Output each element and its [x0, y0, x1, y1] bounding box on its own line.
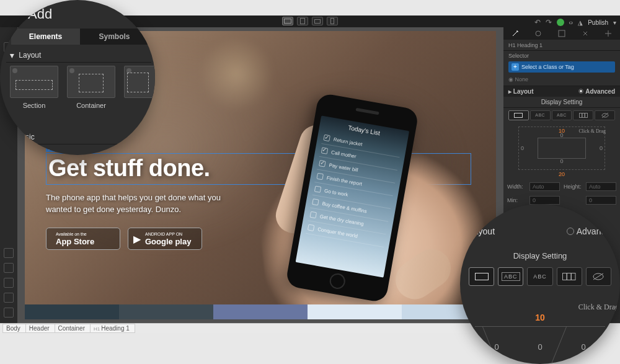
interactions-tab-icon[interactable] — [580, 29, 591, 38]
add-panel-title: Add — [28, 6, 52, 22]
undo-icon[interactable]: ↶ — [534, 18, 541, 27]
svg-rect-13 — [563, 273, 567, 280]
svg-point-4 — [536, 31, 541, 36]
googleplay-button[interactable]: ▶ ANDROID APP ON Google play — [128, 228, 202, 250]
googleplay-icon: ▶ — [133, 233, 141, 245]
svg-rect-6 — [515, 113, 523, 117]
device-desktop[interactable] — [282, 17, 293, 25]
svg-rect-9 — [585, 113, 587, 117]
status-saved-icon — [557, 19, 564, 26]
device-tablet-landscape[interactable] — [312, 17, 323, 25]
settings-tab-icon[interactable] — [533, 29, 544, 38]
display-inline-block[interactable]: ABC — [530, 110, 551, 120]
box-model[interactable]: 10 0 0 0 0 Click & Drag 20 — [503, 123, 620, 180]
min-row: Min: 0 0 — [503, 193, 620, 207]
plus-icon: + — [512, 63, 519, 71]
svg-rect-14 — [567, 273, 572, 280]
caret-icon: ▶ — [9, 54, 16, 58]
tab-symbols[interactable]: Symbols — [80, 29, 149, 45]
add-panel-tabs: Elements Symbols — [11, 29, 149, 45]
hero-subhead[interactable]: The phone app that helps you get done wh… — [46, 192, 232, 216]
breadcrumb-item[interactable]: Container — [55, 324, 91, 333]
z2-display-inline[interactable]: ABC — [527, 267, 552, 286]
svg-rect-3 — [331, 19, 334, 24]
svg-rect-12 — [475, 273, 488, 280]
z2-box-model[interactable]: 10 △ 0 0 0 — [475, 313, 605, 364]
height-input[interactable]: Auto — [586, 182, 616, 191]
tab-elements[interactable]: Elements — [11, 29, 80, 45]
display-block[interactable] — [508, 110, 529, 120]
z2-display-flex[interactable] — [557, 267, 582, 286]
svg-rect-2 — [315, 19, 321, 23]
preview-icon[interactable]: ◮ — [578, 19, 583, 26]
add-section-layout[interactable]: ▶ Layout — [6, 48, 151, 63]
min-width-input[interactable]: 0 — [529, 196, 560, 205]
code-icon[interactable]: ‹› — [569, 19, 574, 26]
redo-icon[interactable]: ↷ — [546, 18, 552, 27]
rail-tool-b-icon[interactable] — [4, 263, 14, 273]
selector-row: Selector + Select a Class or Tag ◉ None — [503, 51, 620, 86]
hero-hand-phone: Today's List Return jacketCall motherPay… — [211, 60, 484, 319]
topbar-actions: ↶ ↷ ‹› ◮ Publish ▾ — [534, 16, 616, 29]
svg-rect-8 — [582, 113, 585, 117]
zoom-add-panel: Add Elements Symbols ▶ Layout Section Co… — [0, 0, 155, 155]
display-none[interactable] — [595, 110, 615, 120]
z2-drag-hint: Click & Drag — [578, 303, 619, 311]
element-crumb: H1 Heading 1 — [503, 40, 620, 51]
breadcrumb-item[interactable]: Header — [25, 324, 55, 333]
phone-todo-list: Return jacketCall motherPay water billFi… — [306, 131, 402, 247]
zoom-layout-panel: Layout Advanced Display Setting ABC ABC … — [460, 204, 620, 364]
rail-tool-c-icon[interactable] — [4, 278, 14, 288]
z2-display-none[interactable] — [586, 267, 611, 286]
breadcrumb-item[interactable]: H1Heading 1 — [90, 324, 135, 333]
z2-display-label: Display Setting — [460, 251, 620, 260]
breadcrumb-item[interactable]: Body — [2, 324, 26, 333]
z2-margin-top[interactable]: 10 — [475, 313, 605, 322]
device-tablet[interactable] — [297, 17, 308, 25]
svg-rect-15 — [572, 273, 576, 280]
add-class-input[interactable]: + Select a Class or Tag — [508, 61, 615, 73]
radio-icon — [567, 228, 574, 235]
width-input[interactable]: Auto — [529, 182, 560, 191]
styles-tab-icon[interactable] — [510, 29, 521, 38]
display-setting-label: Display Setting — [503, 97, 620, 108]
left-rail-bottom — [0, 248, 17, 321]
add-layout-items: Section Container — [10, 66, 154, 109]
svg-rect-7 — [579, 113, 582, 117]
z2-section-header: Layout Advanced — [469, 224, 615, 239]
publish-button[interactable]: Publish — [588, 19, 608, 26]
size-row: Width: Auto Height: Auto — [503, 180, 620, 193]
rail-tool-d-icon[interactable] — [4, 293, 14, 303]
element-container[interactable]: Container — [67, 66, 115, 109]
z2-display-row: ABC ABC — [469, 267, 611, 286]
z2-pad-left[interactable]: 0 — [494, 342, 498, 352]
z2-pad-right[interactable]: 0 — [581, 342, 585, 352]
rail-tool-a-icon[interactable] — [4, 248, 14, 258]
device-switcher — [282, 17, 338, 25]
min-height-input[interactable]: 0 — [586, 196, 616, 205]
display-inline[interactable]: ABC — [552, 110, 572, 120]
z2-display-block[interactable] — [469, 267, 494, 286]
inherit-none: ◉ None — [508, 75, 615, 84]
publish-caret-icon[interactable]: ▾ — [613, 19, 616, 26]
layout-tab-icon[interactable] — [556, 29, 567, 38]
svg-rect-0 — [285, 19, 291, 24]
layout-section-header[interactable]: ▸ Layout Advanced — [503, 86, 620, 97]
rail-tool-e-icon[interactable] — [4, 308, 14, 317]
svg-rect-1 — [301, 19, 305, 24]
appstore-button[interactable]: Available on the App Store — [46, 228, 120, 250]
z2-display-inline-block[interactable]: ABC — [498, 267, 523, 286]
display-flex[interactable] — [573, 110, 593, 120]
svg-rect-5 — [559, 30, 565, 37]
element-section[interactable]: Section — [10, 66, 58, 109]
palette-strip — [25, 304, 496, 319]
element-columns[interactable] — [124, 66, 155, 109]
display-mode-row: ABC ABC — [503, 108, 620, 123]
drag-hint: Click & Drag — [578, 128, 606, 134]
device-mobile[interactable] — [327, 17, 338, 25]
effects-tab-icon[interactable] — [603, 29, 614, 38]
z2-pad-center[interactable]: 0 — [538, 342, 542, 352]
